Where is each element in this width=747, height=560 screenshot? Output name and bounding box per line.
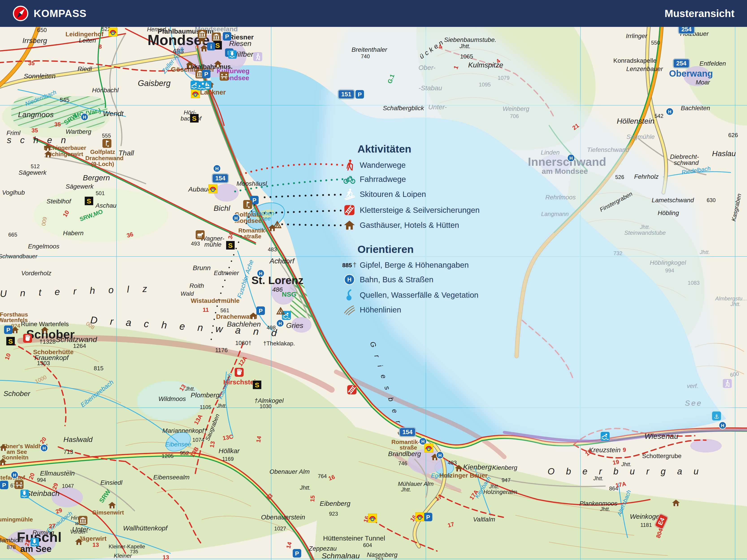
kompass-brand: KOMPASS: [12, 5, 86, 22]
brand-text: KOMPASS: [34, 7, 86, 20]
header-bar: KOMPASS Musteransicht: [0, 0, 747, 27]
map-canvas: [0, 0, 747, 560]
kompass-logo-icon: [12, 5, 29, 22]
page-title: Musteransicht: [665, 7, 735, 20]
map-sample-page: KOMPASS Musteransicht Aktivitäten Wander…: [0, 0, 747, 560]
